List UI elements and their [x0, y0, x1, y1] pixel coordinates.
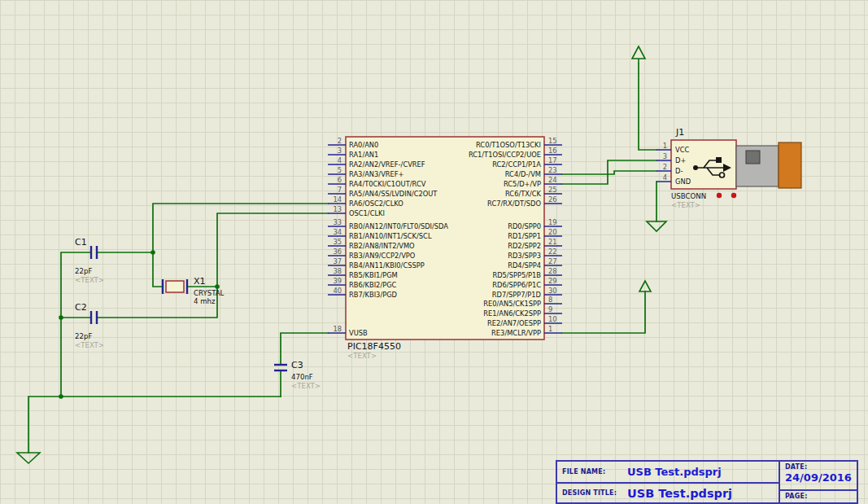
power-terminal-vcc[interactable]: [632, 46, 645, 64]
usb-pin-number: 3: [663, 152, 667, 160]
chip-pin-number: 39: [333, 277, 342, 285]
file-name-row: FILE NAME: USB Test.pdsprj: [557, 462, 779, 482]
chip-pin-number: 7: [338, 186, 342, 194]
file-name-label: FILE NAME:: [562, 468, 619, 476]
power-arrow-icon: [639, 281, 651, 291]
junction-dot: [59, 315, 63, 320]
chip-pin-number: 21: [548, 238, 557, 246]
chip-pin-name: OSC1/CLKI: [349, 209, 385, 217]
wire-gnd-bottom[interactable]: [28, 397, 281, 453]
chip-pin-number: 14: [333, 195, 342, 204]
chip-pin-name: RB7/KBI3/PGD: [349, 291, 397, 299]
chip-pin-name: RC5/D+/VP: [504, 180, 541, 188]
c2-ref: C2: [75, 302, 87, 313]
design-title-value: USB Test.pdsprj: [627, 487, 732, 500]
page-label: PAGE:: [785, 493, 852, 500]
chip-pin-number: 18: [333, 325, 342, 333]
chip-pin-number: 22: [548, 248, 557, 256]
component-x1-crystal[interactable]: X1 CRYSTAL 4 mhz: [163, 276, 225, 305]
title-block-left: FILE NAME: USB Test.pdsprj DESIGN TITLE:…: [557, 462, 780, 502]
component-j1-usbconn[interactable]: 1VCC3D+2D-4GND J1 USBCONN <TEXT>: [656, 127, 801, 209]
chip-pin-name: RA2/AN2/VREF-/CVREF: [349, 160, 425, 169]
c2-note: <TEXT>: [75, 341, 104, 349]
chip-pin-number: 28: [548, 267, 557, 275]
design-title-row: DESIGN TITLE: USB Test.pdsprj: [557, 482, 779, 502]
usb-pin-name: D-: [675, 167, 683, 175]
chip-pin-name: RD0/SPP0: [508, 222, 541, 230]
ground-terminal-usb[interactable]: [647, 221, 666, 231]
junction-dot: [215, 284, 220, 289]
c1-value: 22pF: [75, 267, 92, 275]
chip-pin-number: 26: [548, 195, 557, 204]
chip-pin-name: RD6/SPP6/P1C: [492, 281, 541, 289]
chip-pin-name: RD7/SPP7/P1D: [492, 291, 541, 299]
chip-pin-number: 34: [333, 228, 342, 236]
wire-d-plus[interactable]: [562, 160, 656, 184]
chip-pin-name: RB3/AN9/CCP2/VPO: [349, 252, 416, 260]
component-c2[interactable]: C2 22pF <TEXT>: [75, 302, 104, 349]
component-c1[interactable]: C1 22pF <TEXT>: [75, 237, 104, 284]
chip-pin-number: 33: [333, 218, 342, 226]
wire-usb-vcc[interactable]: [639, 64, 656, 150]
chip-pin-name: RB0/AN12/INT0/FLT0/SDI/SDA: [349, 222, 448, 230]
title-block: FILE NAME: USB Test.pdsprj DESIGN TITLE:…: [556, 460, 858, 504]
chip-pin-name: RB5/KBI1/PGM: [349, 271, 398, 279]
chip-pin-name: RD2/SPP2: [508, 242, 541, 250]
component-pic18f4550[interactable]: 2RA0/AN03RA1/AN14RA2/AN2/VREF-/CVREF5RA3…: [328, 137, 562, 360]
wire-mclr[interactable]: [562, 291, 645, 333]
chip-pin-name: RA5/AN4/SS/LVDIN/C2OUT: [349, 190, 438, 198]
chip-pin-number: 3: [338, 147, 342, 155]
chip-pin-number: 38: [333, 267, 342, 275]
chip-pin-name: RD3/SPP3: [508, 252, 541, 260]
usb-pin-name: VCC: [675, 146, 689, 154]
ground-terminal-left[interactable]: [17, 453, 40, 463]
schematic-sheet[interactable]: C1 22pF <TEXT> C2 22pF <TEXT> X1 CRYSTAL…: [0, 0, 868, 504]
red-marker: [731, 193, 736, 198]
date-cell: DATE: 24/09/2016: [780, 462, 857, 491]
c3-note: <TEXT>: [291, 382, 321, 390]
x1-value: CRYSTAL: [194, 289, 225, 297]
c3-ref: C3: [291, 360, 303, 370]
chip-pin-number: 25: [548, 186, 557, 194]
chip-pin-number: 8: [548, 296, 552, 304]
usb-pin-number: 1: [663, 142, 667, 150]
usb-pin-number: 2: [663, 163, 667, 171]
crystal-body[interactable]: [166, 281, 184, 292]
chip-pin-number: 17: [548, 156, 557, 164]
chip-pin-number: 10: [548, 315, 557, 323]
chip-pin-number: 15: [548, 137, 557, 145]
chip-pin-number: 13: [333, 205, 342, 213]
c1-note: <TEXT>: [75, 276, 104, 284]
usb-plug: [779, 142, 801, 188]
chip-pin-number: 19: [548, 218, 557, 226]
file-name-value: USB Test.pdsprj: [627, 466, 722, 478]
chip-pin-name: RE0/AN5/CK1SPP: [483, 300, 541, 308]
wire-vusb[interactable]: [281, 333, 328, 365]
chip-pin-name: RC1/T1OSI/CCP2/UOE: [469, 151, 541, 159]
c3-value: 470nF: [291, 373, 313, 381]
x1-freq: 4 mhz: [194, 297, 216, 305]
chip-pin-number: 37: [333, 257, 342, 265]
chip-pin-name: RB1/AN10/INT1/SCK/SCL: [349, 232, 432, 240]
schematic-canvas[interactable]: C1 22pF <TEXT> C2 22pF <TEXT> X1 CRYSTAL…: [0, 0, 868, 504]
usb-pin-number: 4: [663, 173, 667, 182]
chip-pin-name: RA3/AN3/VREF+: [349, 170, 404, 178]
usb-pin-name: GND: [675, 177, 691, 186]
power-arrow-icon: [632, 46, 645, 59]
chip-pin-number: 23: [548, 166, 557, 174]
wire-osc2[interactable]: [153, 204, 328, 287]
chip-pin-name: RD1/SPP1: [508, 232, 541, 240]
chip-pin-name: RA1/AN1: [349, 151, 378, 159]
c2-value: 22pF: [75, 332, 92, 340]
wire-d-minus[interactable]: [562, 171, 656, 174]
chip-pin-number: 5: [338, 166, 342, 174]
chip-pin-name: VUSB: [349, 329, 368, 337]
x1-ref: X1: [194, 276, 206, 287]
chip-pin-number: 36: [333, 248, 342, 256]
chip-pin-number: 30: [548, 287, 557, 295]
chip-pin-name: RD5/SPP5/P1B: [492, 271, 541, 279]
power-terminal-mclr[interactable]: [639, 281, 651, 291]
c1-ref: C1: [75, 237, 87, 248]
chip-pin-name: RD4/SPP4: [508, 261, 541, 270]
chip-pin-number: 20: [548, 228, 557, 236]
